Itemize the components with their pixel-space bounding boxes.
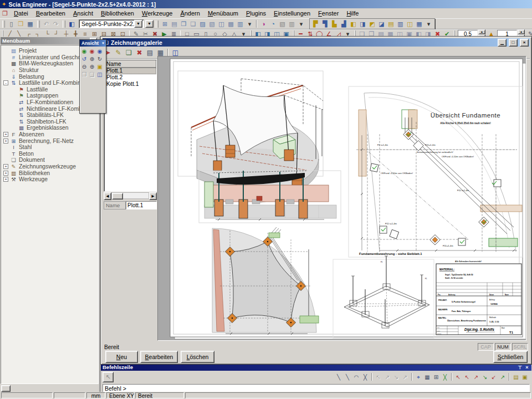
tree-expander-icon[interactable]: + <box>3 132 8 137</box>
snap-mode-2-icon[interactable]: ↖ <box>463 373 472 381</box>
zoom-out-icon[interactable]: ⊖ <box>80 63 88 71</box>
scroll-right-icon[interactable]: ▶ <box>149 192 157 200</box>
scrollbar-track[interactable] <box>111 192 149 199</box>
snap-mode-5-icon[interactable]: ↙ <box>489 373 498 381</box>
tree-item-zeichnungswerkzeuge[interactable]: +✎Zeichnungswerkzeuge <box>1 163 98 170</box>
line-grid-icon[interactable]: ⊞ <box>432 373 441 381</box>
axo-view-icon[interactable]: ◪ <box>377 20 386 28</box>
calculator-icon[interactable]: ▧ <box>278 20 287 28</box>
view-x-icon[interactable]: ◧ <box>349 20 358 28</box>
ucs-icon[interactable]: ▣ <box>520 373 529 381</box>
combo-more-icon[interactable]: ▼ <box>145 20 154 28</box>
snap-midpoint-icon[interactable]: ↗ <box>383 373 392 381</box>
prev-view-icon[interactable]: ❐ <box>80 71 88 79</box>
menu-fenster[interactable]: Fenster <box>314 9 342 18</box>
zoom-window-icon[interactable]: ⊕ <box>88 55 96 63</box>
line-grid-icon[interactable]: ⊞ <box>160 20 170 28</box>
zoom-selection-icon[interactable]: ▥ <box>396 20 405 28</box>
plot-name-input[interactable] <box>126 201 157 209</box>
plane-cell[interactable]: Ebene XY <box>106 392 134 398</box>
snap-tangent-icon[interactable]: ↘ <box>392 373 401 381</box>
chevron-down-icon[interactable]: ▼ <box>101 42 105 45</box>
shaded-view-icon[interactable]: ▜ <box>320 20 330 28</box>
layers-icon[interactable]: ▧ <box>207 20 217 28</box>
open-project-icon[interactable]: ❒ <box>16 20 25 28</box>
menu-datei[interactable]: Datei <box>10 9 32 18</box>
clip-box-icon[interactable]: ◫ <box>405 20 415 28</box>
project-selector-combo[interactable]: Segel-5-Punkte-2x2.5 ▼ <box>79 19 144 28</box>
tree-item-ergebnisklassen[interactable]: ▦Ergebnisklassen <box>1 125 98 131</box>
tree-expander-icon[interactable]: + <box>3 139 8 144</box>
open-library-icon[interactable]: ❐ <box>179 20 188 28</box>
gallery-icon[interactable]: ◑ <box>259 20 268 28</box>
title-bar[interactable]: ✦ Scia Engineer - [Segel-5-Punkte-2x2.5+… <box>0 0 532 8</box>
scrollbar-thumb[interactable] <box>112 193 123 200</box>
plot-list[interactable]: Name Plott.1Plott.2Kopie Plott.1 <box>104 60 157 192</box>
print-data-icon[interactable]: ▥ <box>236 20 245 28</box>
dot-grid-icon[interactable]: ▦ <box>423 373 432 381</box>
next-view-icon[interactable]: ❑ <box>88 71 96 79</box>
tracking-icon[interactable]: ▤ <box>511 373 520 381</box>
snap-line-icon[interactable]: ╲ <box>334 373 343 381</box>
project-window-icon[interactable]: ◧ <box>67 20 76 28</box>
menu-ansicht[interactable]: Ansicht <box>69 9 97 18</box>
gallery-title-bar[interactable]: ❏ Zeichnungsgalerie ▁ □ × <box>103 38 530 47</box>
plot-list-header[interactable]: Name <box>104 60 156 68</box>
child-window-icon[interactable]: ❐ <box>0 10 10 17</box>
ansicht-palette-header[interactable]: Ansicht ▼ <box>80 40 106 47</box>
activity-icon[interactable]: ◫ <box>217 20 226 28</box>
storey-icon[interactable]: ▤ <box>170 20 179 28</box>
tree-item-stahl[interactable]: IStahl <box>1 144 98 151</box>
print-plot-icon[interactable]: ▤ <box>145 48 155 58</box>
plot-list-item-plott-2[interactable]: Plott.2 <box>104 74 156 81</box>
preview-icon[interactable]: ◔ <box>268 20 278 28</box>
menu-bearbeiten[interactable]: Bearbeiten <box>32 9 69 18</box>
solid-view-icon[interactable]: ▟ <box>339 20 349 28</box>
tree-item-stahlbeton-lfk[interactable]: ⇅Stahlbeton-LFK <box>1 119 98 125</box>
cursor-snap-icon[interactable]: ⌖ <box>414 373 423 381</box>
plot-preview[interactable]: Übersicht Fundamente Alle Köcher 0.35x0.… <box>158 57 526 340</box>
view-z-icon[interactable]: ◩ <box>367 20 377 28</box>
tree-expander-icon[interactable]: + <box>3 171 8 176</box>
toolbar-grip[interactable] <box>37 21 40 28</box>
coord-system-icon[interactable]: ↺ <box>80 55 88 63</box>
tree-item-dokument[interactable]: ❏Dokument <box>1 157 98 163</box>
paste-icon[interactable]: ▨ <box>198 20 207 28</box>
rotate-view-blue-icon[interactable]: ◉ <box>96 48 104 55</box>
snap-ortho-icon[interactable]: ↗ <box>401 373 410 381</box>
tree-item-werkzeuge[interactable]: +⚒Werkzeuge <box>1 176 98 183</box>
minimize-icon[interactable]: ▁ <box>498 39 507 47</box>
zoom-fit-icon[interactable]: ▤ <box>386 20 396 28</box>
tree-item-beton[interactable]: TBeton <box>1 151 98 157</box>
more-icon[interactable]: ▾ <box>296 20 306 28</box>
menu-bibliotheken[interactable]: Bibliotheken <box>97 9 138 18</box>
snap-mode-3-icon[interactable]: ↗ <box>472 373 480 381</box>
snap-mode-1-icon[interactable]: ↖ <box>454 373 463 381</box>
wireframe-view-icon[interactable]: ▛ <box>311 20 320 28</box>
view-settings-icon[interactable]: ▣ <box>96 63 104 71</box>
zoom-rotate-icon[interactable]: ↻ <box>96 55 104 63</box>
snap-grid-green-icon[interactable]: ╳ <box>441 373 449 381</box>
edit-button[interactable]: Bearbeiten <box>140 351 178 363</box>
save-project-icon[interactable]: ▦ <box>25 20 35 28</box>
maximize-icon[interactable]: □ <box>509 39 518 47</box>
snap-intersection-icon[interactable]: ╳ <box>361 373 370 381</box>
plot-list-item-plott-1[interactable]: Plott.1 <box>104 68 156 74</box>
close-icon[interactable]: × <box>520 39 529 47</box>
close-button[interactable]: Schließen <box>493 351 528 363</box>
close-icon[interactable]: × <box>524 365 530 370</box>
zoom-in-icon[interactable]: ⊕ <box>88 63 96 71</box>
menu-plugins[interactable]: Plugins <box>242 9 270 18</box>
delete-button[interactable]: Löschen <box>181 351 214 363</box>
tree-item-absenzen[interactable]: +FAbsenzen <box>1 131 98 138</box>
new-plot-icon[interactable]: ❏ <box>124 48 134 58</box>
tree-expander-icon[interactable]: + <box>3 164 8 169</box>
copy-icon[interactable]: ❏ <box>188 20 198 28</box>
plot-list-item-kopie-plott-1[interactable]: Kopie Plott.1 <box>104 81 156 88</box>
view-params-icon[interactable]: ▩ <box>226 20 236 28</box>
plot-list-hscrollbar[interactable]: ◀ ▶ <box>104 192 157 199</box>
new-button[interactable]: Neu <box>105 351 138 363</box>
report-icon[interactable]: ▥ <box>287 20 296 28</box>
more-icon[interactable]: ▾ <box>424 20 433 28</box>
spin-up-icon[interactable]: ▲ <box>518 29 525 34</box>
